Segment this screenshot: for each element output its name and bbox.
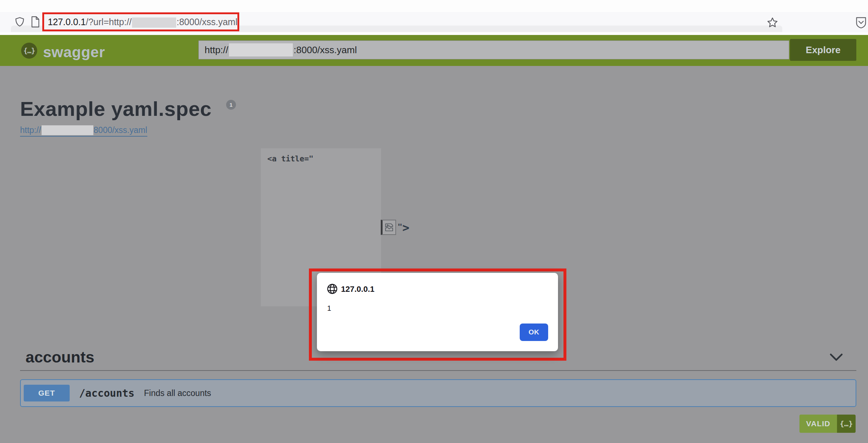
bookmark-star-icon[interactable] <box>767 17 778 28</box>
xss-tail-text: "> <box>398 221 410 235</box>
tag-section-heading[interactable]: accounts <box>26 348 94 366</box>
address-bar-annotation[interactable]: 127.0.0.1/?url=http://:8000/xss.yaml <box>42 12 239 31</box>
swagger-brand-text: swagger <box>43 44 105 61</box>
spec-version-badge: 1 <box>226 100 236 110</box>
page-icon[interactable] <box>31 16 40 28</box>
xss-tail-quote: " <box>398 222 402 231</box>
validator-status-label: VALID <box>799 415 837 433</box>
alert-origin-host: 127.0.0.1 <box>341 285 375 294</box>
explore-button-label: Explore <box>806 44 840 56</box>
address-query: /?url=http:// <box>86 17 132 27</box>
swagger-url-prefix: http:// <box>205 44 228 56</box>
spec-url-link[interactable]: http:// 8000/xss.yaml <box>20 125 147 137</box>
spec-link-prefix: http:// <box>20 125 41 135</box>
globe-icon <box>327 283 338 294</box>
spec-link-redaction-box <box>42 125 93 135</box>
browser-addon-shield-icon[interactable] <box>856 17 867 28</box>
broken-image-icon <box>381 220 396 235</box>
tag-section-divider <box>20 370 856 371</box>
explore-button[interactable]: Explore <box>790 39 856 61</box>
swagger-logo-icon: {…} <box>21 43 37 59</box>
operation-path: /accounts <box>79 387 135 399</box>
swagger-url-redaction-box <box>229 43 293 56</box>
alert-ok-label: OK <box>528 328 539 336</box>
http-method-label: GET <box>38 389 55 397</box>
address-host: 127.0.0.1 <box>48 17 86 27</box>
spec-link-suffix: 8000/xss.yaml <box>94 125 147 135</box>
xss-code-snippet: <a title=" <box>267 154 313 163</box>
swagger-url-suffix: :8000/xss.yaml <box>294 44 357 56</box>
swagger-logo-glyph: {…} <box>23 47 35 55</box>
alert-message: 1 <box>327 304 331 313</box>
spec-version-number: 1 <box>229 102 232 108</box>
address-suffix: :8000/xss.yaml <box>177 17 237 27</box>
shield-icon[interactable] <box>15 16 25 27</box>
toolbar-bottom-divider <box>0 32 868 35</box>
http-method-badge: GET <box>24 385 70 401</box>
browser-top-strip <box>0 0 868 12</box>
swagger-validator-badge[interactable]: VALID {…} <box>799 415 856 433</box>
page-title: Example yaml.spec <box>20 97 212 121</box>
screenshot-root: 127.0.0.1/?url=http://:8000/xss.yaml {…}… <box>0 0 868 443</box>
alert-dialog: 127.0.0.1 1 OK <box>317 273 558 351</box>
chevron-down-icon[interactable] <box>829 353 843 362</box>
xss-tail-gt: > <box>402 221 409 235</box>
operation-row-get-accounts[interactable]: GET /accounts Finds all accounts <box>20 379 856 407</box>
validator-brace-icon: {…} <box>837 415 856 433</box>
address-redaction-box <box>132 17 176 28</box>
operation-summary: Finds all accounts <box>144 388 211 398</box>
swagger-url-input[interactable]: http:// :8000/xss.yaml <box>198 40 789 59</box>
alert-ok-button[interactable]: OK <box>520 324 548 341</box>
